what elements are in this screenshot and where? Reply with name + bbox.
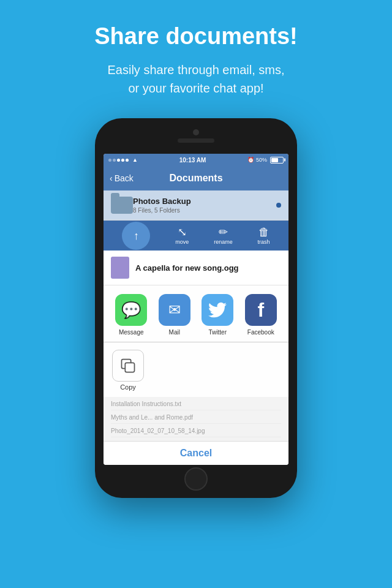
- svg-rect-0: [125, 363, 134, 372]
- move-label: move: [175, 239, 189, 245]
- phone-shell: ▲ 10:13 AM ⏰ 50% ‹ Back Documents: [95, 118, 297, 498]
- move-icon: ⤡: [178, 227, 187, 238]
- beneath-file-1: Installation Instructions.txt: [111, 401, 281, 410]
- nav-title: Documents: [153, 173, 239, 184]
- share-sheet-inner: 💬 Message ✉ Mail Twitter: [104, 285, 288, 397]
- message-label: Message: [119, 329, 144, 336]
- file-info: Photos Backup 8 Files, 5 Folders: [133, 197, 276, 214]
- signal-dot-5: [126, 159, 129, 162]
- copy-label: Copy: [120, 383, 136, 391]
- facebook-icon: f: [245, 294, 277, 326]
- back-label: Back: [115, 173, 134, 183]
- nav-bar: ‹ Back Documents: [104, 167, 288, 190]
- copy-row: Copy: [110, 347, 282, 393]
- trash-icon: 🗑: [258, 227, 270, 238]
- status-time: 10:13 AM: [179, 157, 206, 164]
- phone-top-bar: [178, 129, 214, 143]
- battery-icon: [270, 157, 284, 164]
- folder-icon: [111, 197, 133, 214]
- toolbar: ↑ share ⤡ move ✏ rename 🗑 trash: [104, 221, 288, 251]
- file-selected-dot: [276, 203, 281, 208]
- share-app-facebook[interactable]: f Facebook: [245, 294, 277, 336]
- file-meta: 8 Files, 5 Folders: [133, 207, 276, 214]
- rename-label: rename: [214, 239, 233, 245]
- music-file-icon: [111, 257, 129, 279]
- cancel-row: Cancel: [104, 441, 288, 465]
- twitter-label: Twitter: [209, 329, 227, 336]
- share-app-mail[interactable]: ✉ Mail: [159, 294, 190, 336]
- status-right: ⏰ 50%: [247, 157, 284, 164]
- signal-dot-1: [108, 159, 111, 162]
- toolbar-share-button[interactable]: ↑ share: [122, 222, 150, 250]
- cancel-button[interactable]: Cancel: [180, 448, 212, 458]
- page-subtitle: Easily share through email, sms,or your …: [24, 61, 368, 97]
- page-header: Share documents! Easily share through em…: [0, 0, 392, 112]
- status-bar: ▲ 10:13 AM ⏰ 50%: [104, 154, 288, 167]
- phone-home-button[interactable]: [184, 467, 208, 491]
- rename-icon: ✏: [219, 227, 228, 238]
- mail-label: Mail: [169, 329, 180, 336]
- message-icon: 💬: [115, 294, 147, 326]
- back-button[interactable]: ‹ Back: [110, 173, 153, 183]
- trash-label: trash: [258, 239, 270, 245]
- battery-percent: 50%: [256, 157, 267, 163]
- alarm-icon: ⏰: [247, 157, 254, 163]
- back-chevron-icon: ‹: [110, 173, 113, 183]
- copy-action[interactable]: Copy: [112, 350, 144, 391]
- phone-wrapper: ▲ 10:13 AM ⏰ 50% ‹ Back Documents: [0, 118, 392, 498]
- mail-icon: ✉: [159, 294, 190, 326]
- phone-camera: [193, 129, 199, 135]
- copy-icon: [112, 350, 144, 382]
- status-left: ▲: [108, 157, 138, 163]
- beneath-file-2: Myths and Le... and Rome.pdf: [111, 414, 281, 424]
- share-sheet: 💬 Message ✉ Mail Twitter: [104, 285, 288, 465]
- twitter-icon: [202, 294, 233, 326]
- share-app-message[interactable]: 💬 Message: [115, 294, 147, 336]
- message-icon-glyph: 💬: [121, 301, 141, 320]
- file-name-2: A capella for new song.ogg: [135, 263, 281, 273]
- signal-dot-2: [113, 159, 116, 162]
- beneath-file-3: Photo_2014_02_07_10_58_14.jpg: [111, 428, 281, 437]
- facebook-label: Facebook: [247, 329, 274, 336]
- files-beneath: Installation Instructions.txt Myths and …: [104, 397, 288, 441]
- share-icon: ↑: [134, 230, 139, 241]
- toolbar-trash-button[interactable]: 🗑 trash: [258, 227, 270, 245]
- toolbar-rename-button[interactable]: ✏ rename: [214, 227, 233, 245]
- page-title: Share documents!: [24, 23, 368, 50]
- toolbar-move-button[interactable]: ⤡ move: [175, 227, 189, 245]
- signal-dot-4: [121, 159, 124, 162]
- phone-screen: ▲ 10:13 AM ⏰ 50% ‹ Back Documents: [104, 154, 288, 465]
- wifi-icon: ▲: [132, 157, 138, 163]
- signal-dots: [108, 159, 129, 162]
- phone-speaker: [178, 138, 214, 143]
- file-info-2: A capella for new song.ogg: [135, 263, 281, 273]
- file-item-photos-backup[interactable]: Photos Backup 8 Files, 5 Folders: [104, 190, 288, 221]
- file-name: Photos Backup: [133, 197, 276, 206]
- battery-fill: [271, 158, 278, 162]
- signal-dot-3: [117, 159, 120, 162]
- sheet-divider: [104, 342, 288, 342]
- share-app-twitter[interactable]: Twitter: [202, 294, 233, 336]
- file-item-acapella[interactable]: A capella for new song.ogg: [104, 251, 288, 285]
- share-apps-row: 💬 Message ✉ Mail Twitter: [110, 294, 282, 336]
